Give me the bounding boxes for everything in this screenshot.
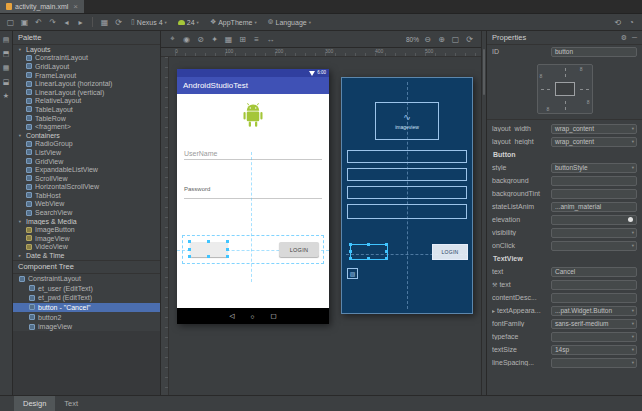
- palette-item-framelayout[interactable]: FrameLayout: [13, 71, 160, 80]
- favorites-tool-icon[interactable]: ★: [3, 92, 9, 99]
- back-icon[interactable]: ◁: [229, 312, 234, 320]
- palette-item-imageview[interactable]: ImageView: [13, 234, 160, 243]
- property-value-typeface[interactable]: [551, 332, 637, 342]
- blueprint-view[interactable]: ∿ imageview LOGIN ▨: [341, 77, 473, 314]
- id-field[interactable]: button: [551, 47, 637, 57]
- selection-handle-icon[interactable]: [367, 257, 370, 260]
- save-all-icon[interactable]: ▣: [19, 16, 30, 28]
- login-button[interactable]: LOGIN: [279, 242, 319, 257]
- property-value-text[interactable]: Cancel: [551, 267, 637, 277]
- language-selector[interactable]: ⊚ Language ▾: [264, 17, 315, 27]
- property-value-fontfamily[interactable]: sans-serif-medium: [551, 319, 637, 329]
- device-selector[interactable]: ▯ Nexus 4 ▾: [127, 17, 171, 27]
- structure-tool-icon[interactable]: ⬒: [3, 50, 10, 57]
- username-edittext[interactable]: UserName: [184, 150, 322, 160]
- zoom-fit-icon[interactable]: ▢: [450, 33, 461, 45]
- design-view[interactable]: 6:00 AndroidStudioTest: [177, 69, 329, 324]
- selection-handle-icon[interactable]: [207, 255, 210, 258]
- palette-item-searchview[interactable]: SearchView: [13, 208, 160, 217]
- text-mode-tab[interactable]: Text: [55, 396, 87, 411]
- constraint-line-right[interactable]: [580, 89, 589, 90]
- property-value-background[interactable]: [551, 176, 637, 186]
- selection-handle-icon[interactable]: [188, 240, 191, 243]
- constraint-line-top[interactable]: [565, 68, 566, 77]
- undo-icon[interactable]: ↶: [33, 16, 44, 28]
- palette-item-tablelayout[interactable]: TableLayout: [13, 105, 160, 114]
- constraint-line-bottom[interactable]: [565, 101, 566, 110]
- design-canvas[interactable]: 6:00 AndroidStudioTest: [161, 57, 481, 395]
- build-variants-tool-icon[interactable]: ⬓: [3, 78, 10, 85]
- selection-handle-icon[interactable]: [188, 248, 191, 251]
- blueprint-login-button[interactable]: LOGIN: [432, 244, 468, 260]
- palette-item-linearlayout-vertical[interactable]: LinearLayout (vertical): [13, 88, 160, 97]
- margin-right-value[interactable]: 8: [587, 99, 590, 105]
- expand-icon[interactable]: ▸: [492, 307, 495, 314]
- notifications-icon[interactable]: ◔: [626, 16, 637, 28]
- margin-top-value[interactable]: 8: [580, 66, 583, 72]
- show-constraints-icon[interactable]: ⌖: [167, 33, 178, 45]
- property-value-linespacing[interactable]: [551, 358, 637, 368]
- palette-section-containers[interactable]: ▾Containers: [13, 131, 160, 140]
- palette-section-date-time[interactable]: ▸Date & Time: [13, 251, 160, 260]
- design-mode-tab[interactable]: Design: [14, 396, 55, 411]
- zoom-in-icon[interactable]: ⊕: [436, 33, 447, 45]
- guidelines-icon[interactable]: ▦: [223, 33, 234, 45]
- captures-tool-icon[interactable]: ▦: [3, 64, 10, 71]
- theme-selector[interactable]: ❖ AppTheme ▾: [206, 17, 261, 27]
- palette-item-webview[interactable]: WebView: [13, 200, 160, 209]
- tree-item-constraintlayout[interactable]: ConstraintLayout: [13, 274, 160, 284]
- api-version-selector[interactable]: 24 ▾: [174, 18, 203, 27]
- gradle-sync-icon[interactable]: ⟲: [612, 16, 623, 28]
- property-value-layout-height[interactable]: wrap_content: [551, 137, 637, 147]
- palette-item-relativelayout[interactable]: RelativeLayout: [13, 97, 160, 106]
- property-value-backgroundtint[interactable]: [551, 189, 637, 199]
- palette-item-radiogroup[interactable]: RadioGroup: [13, 140, 160, 149]
- selection-handle-icon[interactable]: [207, 240, 210, 243]
- palette-item-tabhost[interactable]: TabHost: [13, 191, 160, 200]
- palette-section-layouts[interactable]: ▾Layouts: [13, 45, 160, 54]
- zoom-out-icon[interactable]: ⊖: [422, 33, 433, 45]
- forward-navigation-icon[interactable]: ▸: [75, 16, 86, 28]
- tree-item-imageview[interactable]: imageView: [13, 322, 160, 332]
- property-value-contentdesc[interactable]: [551, 293, 637, 303]
- selection-handle-icon[interactable]: [349, 257, 352, 260]
- selection-handle-icon[interactable]: [349, 250, 352, 253]
- palette-section-images-media[interactable]: ▾Images & Media: [13, 217, 160, 226]
- tree-item-et-pwd-edittext[interactable]: et_pwd (EditText): [13, 293, 160, 303]
- align-icon[interactable]: ≡: [251, 33, 262, 45]
- palette-item-scrollview[interactable]: ScrollView: [13, 174, 160, 183]
- property-value-layout-width[interactable]: wrap_content: [551, 124, 637, 134]
- selection-handle-icon[interactable]: [226, 248, 229, 251]
- property-value-textappeara[interactable]: ...pat.Widget.Button: [551, 306, 637, 316]
- selection-handle-icon[interactable]: [226, 255, 229, 258]
- property-value-statelistanim[interactable]: ...anim_material: [551, 202, 637, 212]
- selection-handle-icon[interactable]: [385, 250, 388, 253]
- property-value-textsize[interactable]: 14sp: [551, 345, 637, 355]
- property-value-style[interactable]: buttonStyle: [551, 163, 637, 173]
- password-edittext[interactable]: [184, 198, 322, 199]
- back-navigation-icon[interactable]: ◂: [61, 16, 72, 28]
- minimize-icon[interactable]: ─: [632, 34, 637, 41]
- selection-handle-icon[interactable]: [367, 243, 370, 246]
- constraint-widget-box[interactable]: 8 8 8 8: [537, 64, 593, 114]
- palette-item-tablerow[interactable]: TableRow: [13, 114, 160, 123]
- selection-handle-icon[interactable]: [188, 255, 191, 258]
- canvas-scrollbar[interactable]: [481, 31, 486, 395]
- selection-handle-icon[interactable]: [349, 243, 352, 246]
- gear-icon[interactable]: ⚙: [621, 34, 627, 41]
- property-value-visibility[interactable]: [551, 228, 637, 238]
- margin-left-value[interactable]: 8: [540, 73, 543, 79]
- scrollbar-thumb[interactable]: [483, 49, 485, 95]
- palette-item-fragment[interactable]: <fragment>: [13, 122, 160, 131]
- clear-constraints-icon[interactable]: ⊘: [195, 33, 206, 45]
- selection-handle-icon[interactable]: [385, 243, 388, 246]
- redo-icon[interactable]: ↷: [47, 16, 58, 28]
- constraint-widget[interactable]: 8 8 8 8: [487, 58, 642, 120]
- tab-close-icon[interactable]: ×: [73, 3, 78, 11]
- tree-item-et-user-edittext[interactable]: et_user (EditText): [13, 283, 160, 293]
- refresh-layout-icon[interactable]: ⟳: [464, 33, 475, 45]
- selection-handle-icon[interactable]: [226, 240, 229, 243]
- distribute-icon[interactable]: ↔: [265, 33, 276, 45]
- palette-item-linearlayout-horizontal[interactable]: LinearLayout (horizontal): [13, 79, 160, 88]
- project-tool-icon[interactable]: ▤: [3, 36, 10, 43]
